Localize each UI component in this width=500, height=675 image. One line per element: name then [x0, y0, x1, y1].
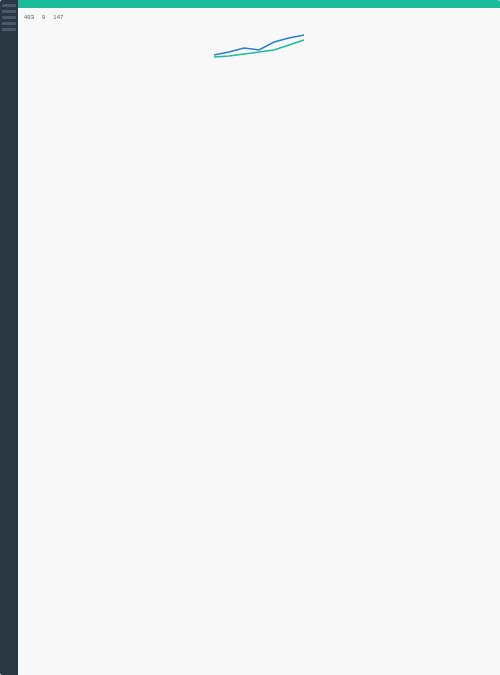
stat-value: 147: [53, 14, 63, 20]
swsol-section: Software solutions for everyone State of…: [60, 492, 440, 632]
stat-value: 9: [42, 14, 45, 20]
dashboard-screenshot: 493 9 147: [310, 522, 440, 602]
stat-value: 493: [24, 14, 34, 20]
